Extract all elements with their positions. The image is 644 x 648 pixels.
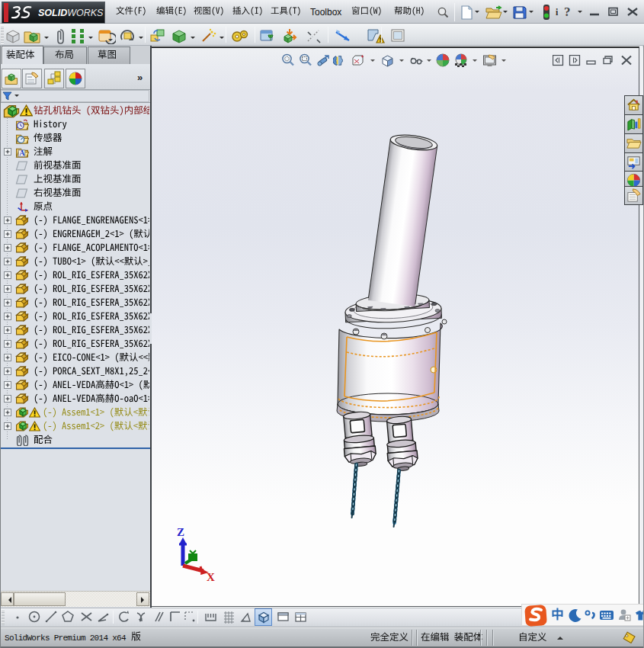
svg-text:Z: Z <box>177 526 184 538</box>
svg-text:X: X <box>207 571 215 583</box>
